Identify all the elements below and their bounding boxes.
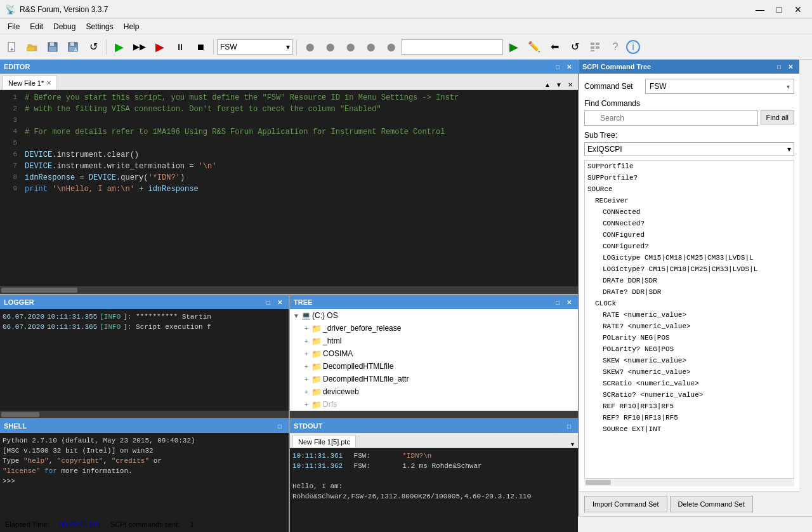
status-button[interactable]: ⬤: [341, 38, 360, 56]
scpi-node-connected[interactable]: CONNected: [585, 206, 794, 218]
logger-content[interactable]: 06.07.2020 10:11:31.355 [INFO ]: *******…: [0, 309, 289, 411]
forward-button[interactable]: ↺: [565, 38, 584, 56]
import-command-set-button[interactable]: Import Command Set: [584, 496, 667, 512]
back-button[interactable]: ⬅: [545, 38, 564, 56]
editor-code-area[interactable]: 1 # Before you start this script, you mu…: [0, 90, 578, 286]
stdout-dropdown-btn[interactable]: ▾: [571, 441, 574, 448]
editor-scroll-down[interactable]: ▼: [554, 79, 564, 90]
open-file-button[interactable]: [23, 38, 42, 56]
fast-forward-button[interactable]: ▶▶: [130, 38, 149, 56]
tree-horizontal-scrollbar[interactable]: [290, 411, 578, 418]
scpi-node-ref-q[interactable]: REF? RF10|RF13|RF5: [585, 412, 794, 423]
tree-item-drfs[interactable]: + 📁 Drfs: [290, 398, 578, 411]
editor-tab-close[interactable]: ✕: [46, 79, 51, 86]
scpi-tree-scrollbar[interactable]: [584, 479, 794, 486]
scpi-node-supportfile-q[interactable]: SUPPortfile?: [585, 172, 794, 183]
scpi-node-polarity-q[interactable]: POLarity? NEG|POS: [585, 343, 794, 355]
editor-horizontal-scrollbar[interactable]: [0, 286, 578, 294]
editor-scroll-up[interactable]: ▲: [542, 79, 553, 90]
command-set-dropdown[interactable]: FSW ▾: [645, 79, 794, 94]
minimize-button[interactable]: —: [751, 3, 769, 16]
menu-debug[interactable]: Debug: [48, 21, 81, 32]
edit-button[interactable]: ✏️: [525, 38, 544, 56]
connect-button[interactable]: ⬤: [300, 38, 319, 56]
scpi-node-skew[interactable]: SKEW <numeric_value>: [585, 355, 794, 366]
stop-button[interactable]: ⏹: [191, 38, 210, 56]
scpi-node-supportfile[interactable]: SUPPortfile: [585, 161, 794, 172]
tree-item-deviceweb[interactable]: + 📁 deviceweb: [290, 385, 578, 398]
tree-item-c-drive[interactable]: ▼ 💻 (C:) OS: [290, 309, 578, 322]
tree-close-button[interactable]: ✕: [564, 297, 574, 307]
menu-settings[interactable]: Settings: [81, 21, 118, 32]
scpi-node-source[interactable]: SOURce: [585, 183, 794, 195]
tree-content[interactable]: ▼ 💻 (C:) OS + 📁 _driver_before_release +…: [290, 309, 578, 411]
refresh-button[interactable]: ↺: [84, 38, 103, 56]
scpi-node-polarity[interactable]: POLarity NEG|POS: [585, 332, 794, 343]
scpi-node-configured-q[interactable]: CONFigured?: [585, 241, 794, 252]
channel-button[interactable]: ⬤: [361, 38, 380, 56]
search-input[interactable]: [584, 110, 758, 126]
stdout-content[interactable]: 10:11:31.361 FSW: *IDN?\n 10:11:31.362 F…: [290, 448, 578, 532]
logger-horizontal-scrollbar[interactable]: [0, 411, 289, 418]
pause-button[interactable]: ⏸: [171, 38, 190, 56]
delete-command-set-button[interactable]: Delete Command Set: [670, 496, 753, 512]
stdout-float-button[interactable]: □: [564, 421, 574, 431]
editor-close-button[interactable]: ✕: [564, 62, 574, 72]
scpi-node-ref[interactable]: REF RF10|RF13|RF5: [585, 401, 794, 412]
play-button[interactable]: ▶: [110, 38, 129, 56]
scpi-node-source-ext[interactable]: SOURce EXT|INT: [585, 423, 794, 435]
scpi-node-drate[interactable]: DRATe DDR|SDR: [585, 275, 794, 286]
fsw-dropdown[interactable]: FSW ▾: [217, 39, 293, 55]
scpi-node-configured[interactable]: CONFigured: [585, 229, 794, 241]
tree-item-cosima[interactable]: + 📁 COSIMA: [290, 347, 578, 360]
maximize-button[interactable]: □: [770, 3, 788, 16]
close-button[interactable]: ✕: [789, 3, 807, 16]
scpi-node-receiver[interactable]: RECeiver: [585, 195, 794, 206]
scpi-node-rate-q[interactable]: RATE? <numeric_value>: [585, 321, 794, 332]
scpi-node-drate-q[interactable]: DRATe? DDR|SDR: [585, 286, 794, 298]
tree-item-driver[interactable]: + 📁 _driver_before_release: [290, 322, 578, 335]
new-file-button[interactable]: +: [3, 38, 22, 56]
shell-content[interactable]: Python 2.7.10 (default, May 23 2015, 09:…: [0, 433, 289, 532]
scpi-node-rate[interactable]: RATE <numeric_value>: [585, 309, 794, 321]
help-button[interactable]: ?: [606, 38, 625, 56]
menu-help[interactable]: Help: [119, 21, 145, 32]
extra-button[interactable]: ⬤: [381, 38, 400, 56]
info-button[interactable]: i: [626, 40, 640, 54]
logger-float-button[interactable]: □: [263, 297, 273, 307]
scpi-node-connected-q[interactable]: CONNected?: [585, 218, 794, 229]
scpi-close-button[interactable]: ✕: [785, 62, 796, 72]
scpi-node-scratio-q[interactable]: SCRatio? <numeric_value>: [585, 389, 794, 401]
scpi-node-logictype[interactable]: LOGictype CM15|CM18|CM25|CM33|LVDS|L: [585, 252, 794, 263]
subtree-dropdown[interactable]: ExIQSCPI ▾: [584, 142, 794, 156]
shell-float-button[interactable]: □: [275, 421, 285, 431]
scpi-tree[interactable]: SUPPortfile SUPPortfile? SOURce RECeiver…: [584, 160, 794, 479]
toolbar-search-input[interactable]: [402, 39, 503, 55]
menu-edit[interactable]: Edit: [25, 21, 48, 32]
scpi-node-scratio[interactable]: SCRatio <numeric_value>: [585, 378, 794, 389]
code-line-5: 5: [0, 138, 578, 150]
logger-close-button[interactable]: ✕: [275, 297, 285, 307]
editor-tab-new-file[interactable]: New File 1* ✕: [3, 76, 57, 90]
tree-view-button[interactable]: [586, 38, 605, 56]
tree-float-button[interactable]: □: [553, 297, 563, 307]
scpi-node-logictype-q[interactable]: LOGictype? CM15|CM18|CM25|CM33|LVDS|L: [585, 263, 794, 275]
stdout-tab[interactable]: New File 1[5].ptc: [292, 435, 356, 448]
editor-close-tab[interactable]: ✕: [565, 79, 575, 90]
find-all-button[interactable]: Find all: [761, 110, 794, 124]
save-as-button[interactable]: A: [63, 38, 82, 56]
save-button[interactable]: [43, 38, 62, 56]
tree-item-decomp-attr[interactable]: + 📁 DecompiledHTMLfile_attr: [290, 373, 578, 385]
tree-item-decomp[interactable]: + 📁 DecompiledHTMLfile: [290, 360, 578, 373]
app-title: R&S Forum, Version 3.3.7: [20, 5, 108, 14]
scpi-node-clock[interactable]: CLOCk: [585, 298, 794, 309]
editor-float-button[interactable]: □: [553, 62, 563, 72]
editor-panel: EDITOR □ ✕ New File 1* ✕ ▲ ▼ ✕: [0, 60, 578, 295]
config-button[interactable]: ⬤: [320, 38, 339, 56]
run-remote-button[interactable]: ▶: [504, 38, 523, 56]
scpi-float-button[interactable]: □: [774, 62, 784, 72]
tree-item-html[interactable]: + 📁 _html: [290, 335, 578, 347]
menu-file[interactable]: File: [3, 21, 25, 32]
run-red-button[interactable]: ▶: [150, 38, 169, 56]
scpi-node-skew-q[interactable]: SKEW? <numeric_value>: [585, 366, 794, 378]
